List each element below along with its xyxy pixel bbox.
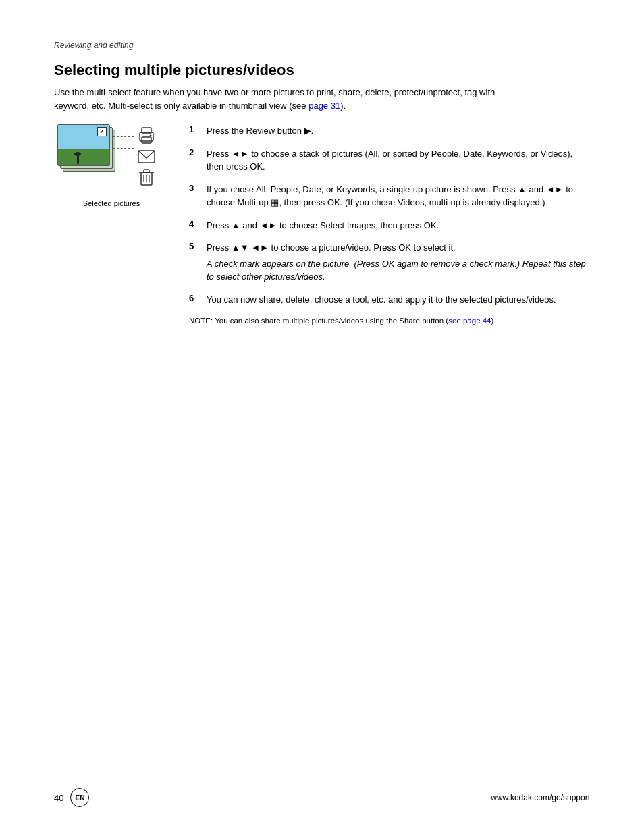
step-4-number: 4 <box>189 219 200 229</box>
step-6: 6 You can now share, delete, choose a to… <box>189 293 590 307</box>
step-5-italic-note: A check mark appears on the picture. (Pr… <box>207 257 590 284</box>
email-icon <box>138 150 155 163</box>
step-3: 3 If you chose All, People, Date, or Key… <box>189 183 590 209</box>
note-paragraph: NOTE: You can also share multiple pictur… <box>189 315 590 327</box>
language-badge: EN <box>70 788 89 807</box>
page31-link[interactable]: page 31 <box>308 101 340 111</box>
step-4: 4 Press ▲ and ◄► to choose Select Images… <box>189 219 590 232</box>
instructions-list: 1 Press the Review button ▶. 2 Press ◄► … <box>189 124 590 327</box>
page44-link[interactable]: see page 44 <box>448 317 491 325</box>
action-icons <box>137 127 156 186</box>
connector-lines <box>113 136 134 161</box>
step-1-number: 1 <box>189 124 200 134</box>
trash-icon <box>139 169 154 186</box>
content-area: ✓ <box>54 124 590 327</box>
svg-point-3 <box>150 135 152 137</box>
svg-rect-7 <box>144 170 149 172</box>
figure-body <box>77 155 79 164</box>
step-5: 5 Press ▲▼ ◄► to choose a picture/video.… <box>189 241 590 284</box>
step-5-number: 5 <box>189 241 200 251</box>
step-4-text: Press ▲ and ◄► to choose Select Images, … <box>207 219 439 232</box>
intro-paragraph: Use the multi-select feature when you ha… <box>54 86 513 112</box>
step-3-number: 3 <box>189 183 200 193</box>
illustration: ✓ <box>54 124 169 208</box>
illustration-label: Selected pictures <box>83 199 140 208</box>
step-3-text: If you chose All, People, Date, or Keywo… <box>207 183 590 209</box>
step-6-text: You can now share, delete, choose a tool… <box>207 293 556 307</box>
figure-head <box>74 152 81 156</box>
footer: 40 EN www.kodak.com/go/support <box>54 788 590 807</box>
print-icon <box>137 127 156 145</box>
section-divider <box>54 53 590 53</box>
step-2-text: Press ◄► to choose a stack of pictures (… <box>207 147 590 174</box>
step-2: 2 Press ◄► to choose a stack of pictures… <box>189 147 590 174</box>
page-title: Selecting multiple pictures/videos <box>54 61 590 79</box>
step-1: 1 Press the Review button ▶. <box>189 124 590 138</box>
svg-rect-2 <box>142 137 151 143</box>
photo-ground <box>58 149 109 166</box>
step-5-text: Press ▲▼ ◄► to choose a picture/video. P… <box>207 241 590 284</box>
page: Reviewing and editing Selecting multiple… <box>0 0 644 834</box>
step-2-number: 2 <box>189 147 200 157</box>
page-number: 40 <box>54 793 63 803</box>
footer-website: www.kodak.com/go/support <box>491 793 590 802</box>
step-1-text: Press the Review button ▶. <box>207 124 313 138</box>
photo-card-front: ✓ <box>57 124 110 166</box>
step-6-number: 6 <box>189 293 200 303</box>
photo-checkmark: ✓ <box>97 127 107 136</box>
footer-left: 40 EN <box>54 788 89 807</box>
section-header: Reviewing and editing <box>54 41 590 50</box>
